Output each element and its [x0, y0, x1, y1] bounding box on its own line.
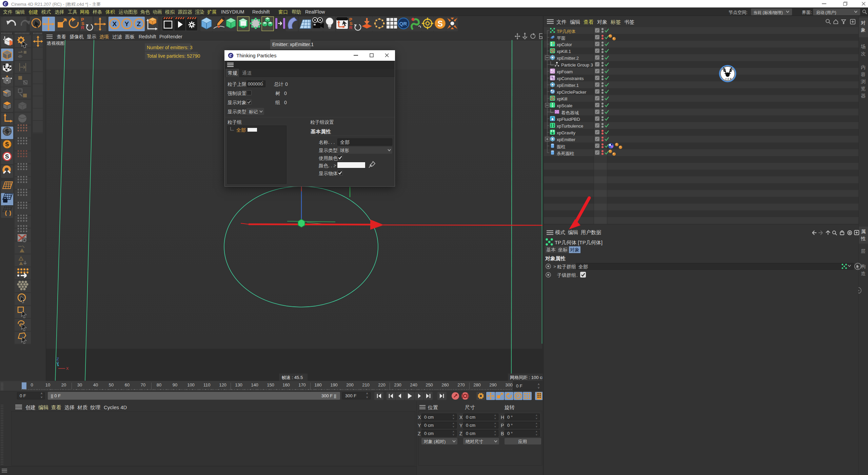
svg-text:R: R — [81, 25, 84, 30]
svg-text:X: X — [66, 366, 69, 370]
svg-text:P: P — [517, 394, 520, 399]
svg-text:R: R — [349, 25, 353, 30]
svg-text:Y: Y — [125, 20, 129, 27]
svg-text:Z: Z — [57, 357, 59, 361]
svg-text:S: S — [5, 128, 9, 135]
svg-text:S: S — [5, 141, 9, 148]
svg-text:行走者: 行走者 — [725, 77, 732, 80]
svg-text:S: S — [5, 153, 9, 160]
svg-text:S: S — [438, 19, 443, 28]
svg-text:QR: QR — [399, 21, 407, 26]
svg-text:X: X — [113, 20, 117, 27]
svg-text:Z: Z — [137, 20, 141, 27]
